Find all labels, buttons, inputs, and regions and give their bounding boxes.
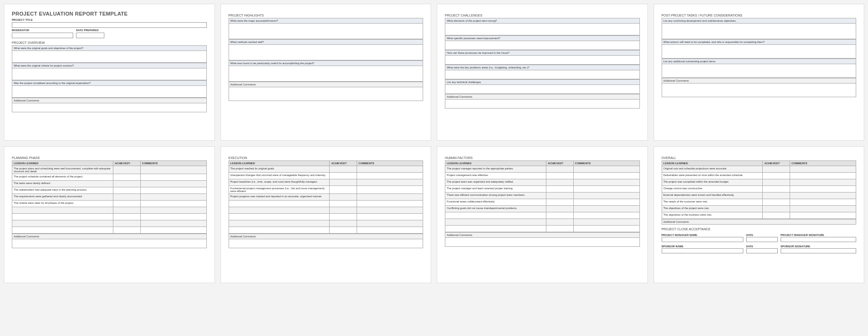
sponsor-sig-input[interactable] bbox=[781, 248, 856, 253]
comments-cell[interactable] bbox=[357, 201, 423, 207]
comments-cell[interactable] bbox=[357, 194, 423, 201]
achieved-cell[interactable] bbox=[330, 186, 357, 194]
sponsor-name-input[interactable] bbox=[662, 248, 744, 253]
comments-cell[interactable] bbox=[357, 166, 423, 173]
achieved-cell[interactable] bbox=[546, 212, 573, 219]
p2-q1-body[interactable] bbox=[229, 23, 424, 39]
comments-cell[interactable] bbox=[573, 179, 639, 186]
comments-cell[interactable] bbox=[790, 206, 856, 212]
achieved-cell[interactable] bbox=[330, 227, 357, 234]
comments-cell[interactable] bbox=[357, 220, 423, 227]
p3-q3-body[interactable] bbox=[445, 55, 640, 65]
p3-q2-body[interactable] bbox=[445, 41, 640, 50]
achieved-cell[interactable] bbox=[330, 173, 357, 179]
comments-cell[interactable] bbox=[573, 193, 639, 199]
comments-cell[interactable] bbox=[357, 186, 423, 194]
achieved-cell[interactable] bbox=[546, 206, 573, 212]
p7-addl-body[interactable] bbox=[445, 237, 640, 247]
achieved-cell[interactable] bbox=[330, 194, 357, 201]
p2-addl-body[interactable] bbox=[229, 87, 424, 101]
comments-cell[interactable] bbox=[573, 166, 639, 173]
achieved-cell[interactable] bbox=[330, 201, 357, 207]
achieved-cell[interactable] bbox=[546, 226, 573, 232]
comments-cell[interactable] bbox=[357, 207, 423, 214]
p1-q2-body[interactable] bbox=[12, 68, 207, 80]
achieved-cell[interactable] bbox=[763, 193, 790, 199]
achieved-cell[interactable] bbox=[113, 174, 140, 181]
achieved-cell[interactable] bbox=[546, 219, 573, 226]
comments-cell[interactable] bbox=[357, 173, 423, 179]
achieved-cell[interactable] bbox=[546, 199, 573, 206]
p6-addl-body[interactable] bbox=[229, 239, 424, 248]
p5-addl-body[interactable] bbox=[12, 239, 207, 248]
comments-cell[interactable] bbox=[140, 174, 206, 181]
p1-q1-body[interactable] bbox=[12, 50, 207, 63]
achieved-cell[interactable] bbox=[546, 193, 573, 199]
p2-q2-body[interactable] bbox=[229, 44, 424, 60]
achieved-cell[interactable] bbox=[113, 214, 140, 220]
comments-cell[interactable] bbox=[573, 212, 639, 219]
comments-cell[interactable] bbox=[140, 207, 206, 214]
p1-addl-body[interactable] bbox=[12, 103, 207, 112]
comments-cell[interactable] bbox=[357, 179, 423, 186]
comments-cell[interactable] bbox=[790, 179, 856, 186]
achieved-cell[interactable] bbox=[113, 220, 140, 227]
comments-cell[interactable] bbox=[573, 219, 639, 226]
comments-cell[interactable] bbox=[790, 212, 856, 219]
pm-date-input[interactable] bbox=[746, 237, 778, 242]
comments-cell[interactable] bbox=[357, 214, 423, 220]
comments-cell[interactable] bbox=[573, 199, 639, 206]
p3-q5-body[interactable] bbox=[445, 84, 640, 94]
date-prepared-input[interactable] bbox=[76, 33, 104, 38]
moderator-input[interactable] bbox=[12, 33, 73, 38]
achieved-cell[interactable] bbox=[330, 179, 357, 186]
project-title-input[interactable] bbox=[12, 22, 207, 28]
comments-cell[interactable] bbox=[790, 186, 856, 193]
achieved-cell[interactable] bbox=[763, 173, 790, 179]
p1-q3-body[interactable] bbox=[12, 85, 207, 98]
achieved-cell[interactable] bbox=[330, 207, 357, 214]
comments-cell[interactable] bbox=[573, 226, 639, 232]
comments-cell[interactable] bbox=[357, 227, 423, 234]
p4-addl-body[interactable] bbox=[662, 83, 857, 97]
achieved-cell[interactable] bbox=[546, 173, 573, 179]
sponsor-date-input[interactable] bbox=[746, 248, 778, 253]
comments-cell[interactable] bbox=[140, 220, 206, 227]
p4-q3-body[interactable] bbox=[662, 64, 857, 78]
comments-cell[interactable] bbox=[573, 173, 639, 179]
achieved-cell[interactable] bbox=[763, 166, 790, 173]
achieved-cell[interactable] bbox=[113, 207, 140, 214]
p4-q2-body[interactable] bbox=[662, 44, 857, 59]
achieved-cell[interactable] bbox=[763, 186, 790, 193]
achieved-cell[interactable] bbox=[763, 212, 790, 219]
comments-cell[interactable] bbox=[140, 187, 206, 194]
achieved-cell[interactable] bbox=[330, 220, 357, 227]
achieved-cell[interactable] bbox=[113, 201, 140, 207]
comments-cell[interactable] bbox=[140, 227, 206, 234]
achieved-cell[interactable] bbox=[113, 187, 140, 194]
pm-name-input[interactable] bbox=[662, 237, 744, 242]
p3-addl-body[interactable] bbox=[445, 99, 640, 109]
achieved-cell[interactable] bbox=[113, 181, 140, 187]
comments-cell[interactable] bbox=[140, 181, 206, 187]
comments-cell[interactable] bbox=[140, 214, 206, 220]
pm-sig-input[interactable] bbox=[781, 237, 856, 242]
comments-cell[interactable] bbox=[573, 206, 639, 212]
comments-cell[interactable] bbox=[790, 199, 856, 206]
p2-q3-body[interactable] bbox=[229, 66, 424, 82]
p3-q1-body[interactable] bbox=[445, 23, 640, 35]
p3-q4-body[interactable] bbox=[445, 70, 640, 79]
achieved-cell[interactable] bbox=[763, 206, 790, 212]
achieved-cell[interactable] bbox=[546, 186, 573, 193]
comments-cell[interactable] bbox=[790, 166, 856, 173]
achieved-cell[interactable] bbox=[113, 227, 140, 234]
comments-cell[interactable] bbox=[140, 201, 206, 207]
achieved-cell[interactable] bbox=[763, 199, 790, 206]
comments-cell[interactable] bbox=[573, 186, 639, 193]
comments-cell[interactable] bbox=[790, 173, 856, 179]
achieved-cell[interactable] bbox=[330, 166, 357, 173]
achieved-cell[interactable] bbox=[113, 194, 140, 201]
achieved-cell[interactable] bbox=[330, 214, 357, 220]
achieved-cell[interactable] bbox=[546, 166, 573, 173]
p4-q1-body[interactable] bbox=[662, 23, 857, 39]
